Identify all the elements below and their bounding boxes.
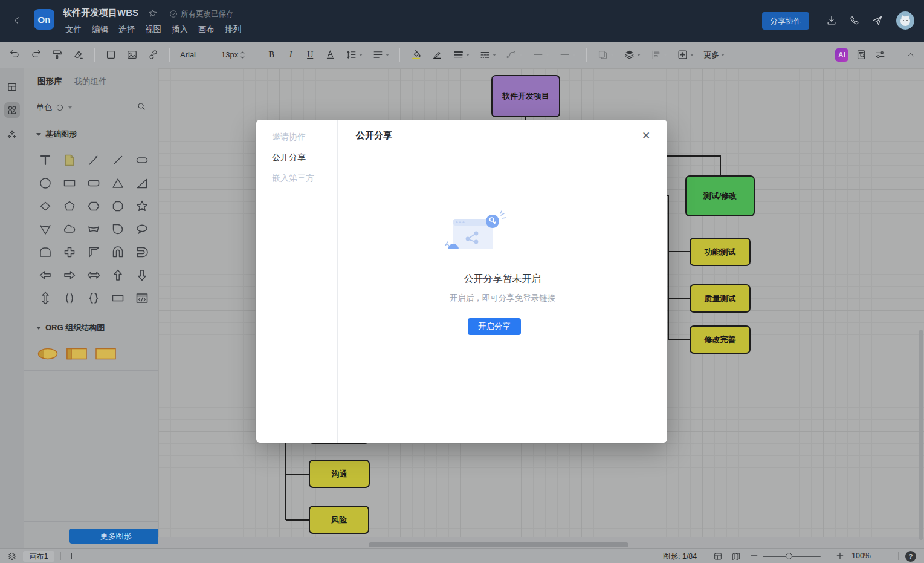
canvas-node[interactable]: 沟通 bbox=[309, 460, 370, 488]
color-filter-label[interactable]: 单色 bbox=[36, 102, 52, 113]
line-height-icon[interactable] bbox=[344, 47, 364, 62]
menu-item[interactable]: 画布 bbox=[198, 24, 215, 35]
shape-org-rect[interactable] bbox=[93, 345, 118, 365]
zoom-in-button[interactable] bbox=[835, 551, 845, 561]
canvas-node[interactable]: 功能测试 bbox=[690, 238, 751, 266]
share-collaborate-button[interactable]: 分享协作 bbox=[762, 12, 809, 30]
clear-format-icon[interactable] bbox=[71, 47, 86, 62]
ai-assistant-icon[interactable]: Ai bbox=[835, 48, 848, 62]
panel-toggle-icon[interactable] bbox=[713, 552, 723, 561]
menu-item[interactable]: 文件 bbox=[65, 24, 82, 35]
send-icon[interactable] bbox=[871, 15, 884, 27]
help-button[interactable]: ? bbox=[905, 551, 916, 562]
canvas-node[interactable]: 测试/修改 bbox=[685, 175, 755, 216]
avatar[interactable] bbox=[896, 11, 915, 33]
undo-icon[interactable] bbox=[7, 47, 22, 62]
horizontal-scrollbar[interactable] bbox=[369, 542, 628, 547]
close-icon[interactable]: ✕ bbox=[642, 131, 650, 141]
line-color-icon[interactable] bbox=[430, 47, 445, 62]
canvas-node[interactable]: 修改完善 bbox=[690, 325, 751, 354]
canvas-node[interactable]: 质量测试 bbox=[690, 284, 751, 313]
enable-share-button[interactable]: 开启分享 bbox=[468, 318, 521, 335]
position-icon[interactable] bbox=[675, 47, 696, 62]
shape-arch-rotated[interactable] bbox=[130, 241, 154, 264]
shape-library-icon[interactable] bbox=[4, 102, 20, 118]
share-tab-2[interactable]: 公开分享 bbox=[272, 152, 306, 163]
document-title[interactable]: 软件开发项目WBS bbox=[63, 7, 138, 19]
shape-line[interactable] bbox=[106, 149, 130, 172]
shape-half-rounded-rectangle[interactable] bbox=[33, 241, 57, 264]
line-style-icon[interactable] bbox=[477, 47, 498, 62]
find-replace-icon[interactable] bbox=[856, 49, 867, 60]
shape-org-rect-band[interactable] bbox=[64, 345, 89, 365]
pages-icon[interactable] bbox=[7, 552, 17, 561]
shape-parentheses[interactable] bbox=[57, 287, 82, 310]
tab-my-components[interactable]: 我的组件 bbox=[74, 76, 107, 87]
tab-shape-library[interactable]: 图形库 bbox=[37, 76, 62, 87]
font-family-select[interactable]: Arial bbox=[178, 48, 213, 61]
layer-icon[interactable] bbox=[622, 47, 642, 62]
font-size-stepper[interactable]: 13px bbox=[219, 48, 247, 62]
back-icon[interactable] bbox=[12, 16, 22, 25]
shape-org-ellipse-highlight[interactable] bbox=[35, 345, 60, 365]
menu-item[interactable]: 编辑 bbox=[92, 24, 108, 35]
shape-corner[interactable] bbox=[82, 241, 106, 264]
shape-icon[interactable] bbox=[103, 47, 118, 62]
shape-pill[interactable] bbox=[130, 149, 154, 172]
shape-diamond[interactable] bbox=[33, 195, 57, 218]
shape-right-triangle[interactable] bbox=[130, 172, 154, 195]
vertical-scrollbar[interactable] bbox=[919, 330, 923, 540]
shape-note[interactable] bbox=[57, 149, 82, 172]
favorite-star-icon[interactable] bbox=[148, 8, 158, 18]
zoom-percentage[interactable]: 100% bbox=[851, 552, 871, 560]
phone-icon[interactable] bbox=[848, 15, 861, 27]
shape-hexagon[interactable] bbox=[82, 195, 106, 218]
line-width-icon[interactable] bbox=[451, 47, 471, 62]
link-icon[interactable] bbox=[146, 47, 161, 62]
search-icon[interactable] bbox=[137, 102, 146, 111]
shape-callout[interactable] bbox=[130, 218, 154, 241]
font-color-icon[interactable] bbox=[323, 47, 338, 62]
share-tab-1[interactable]: 邀请协作 bbox=[272, 132, 306, 143]
shape-arrow-up[interactable] bbox=[106, 264, 130, 287]
shape-arrow-double-vertical[interactable] bbox=[33, 287, 57, 310]
shape-star[interactable] bbox=[130, 195, 154, 218]
redo-icon[interactable] bbox=[28, 47, 44, 62]
shape-arch[interactable] bbox=[106, 241, 130, 264]
shape-cone[interactable] bbox=[33, 218, 57, 241]
share-tab-3[interactable]: 嵌入第三方 bbox=[272, 173, 314, 184]
shape-arc-banner[interactable] bbox=[82, 218, 106, 241]
shape-cross[interactable] bbox=[57, 241, 82, 264]
shape-rectangle[interactable] bbox=[57, 172, 82, 195]
shape-triangle[interactable] bbox=[106, 172, 130, 195]
shape-arrow-double-horizontal[interactable] bbox=[82, 264, 106, 287]
image-icon[interactable] bbox=[124, 47, 140, 62]
shape-arrow-right[interactable] bbox=[57, 264, 82, 287]
shape-arrow-left[interactable] bbox=[33, 264, 57, 287]
layout-panel-icon[interactable] bbox=[4, 79, 20, 95]
menu-item[interactable]: 选择 bbox=[118, 24, 135, 35]
shape-rounded-rectangle[interactable] bbox=[82, 172, 106, 195]
text-align-icon[interactable] bbox=[370, 47, 391, 62]
shape-octagon[interactable] bbox=[106, 195, 130, 218]
minimap-icon[interactable] bbox=[731, 552, 741, 561]
menu-item[interactable]: 插入 bbox=[172, 24, 188, 35]
format-painter-icon[interactable] bbox=[50, 47, 65, 62]
bold-icon[interactable]: B bbox=[265, 48, 278, 62]
canvas-tab[interactable]: 画布1 bbox=[23, 551, 54, 562]
shape-pentagon[interactable] bbox=[57, 195, 82, 218]
shape-rectangle-2[interactable] bbox=[106, 287, 130, 310]
magic-wand-icon[interactable] bbox=[4, 126, 20, 142]
menu-item[interactable]: 视图 bbox=[145, 24, 161, 35]
shape-arrow-down[interactable] bbox=[130, 264, 154, 287]
fullscreen-icon[interactable] bbox=[882, 552, 891, 561]
italic-icon[interactable]: I bbox=[284, 48, 297, 62]
shape-circle[interactable] bbox=[33, 172, 57, 195]
section-basic-shapes[interactable]: 基础图形 bbox=[36, 129, 77, 140]
shape-teardrop[interactable] bbox=[106, 218, 130, 241]
shape-code-window[interactable] bbox=[130, 287, 154, 310]
zoom-slider-knob[interactable] bbox=[786, 553, 792, 559]
collapse-toolbar-icon[interactable] bbox=[906, 50, 916, 60]
settings-sliders-icon[interactable] bbox=[874, 49, 886, 60]
shape-text[interactable] bbox=[33, 149, 57, 172]
